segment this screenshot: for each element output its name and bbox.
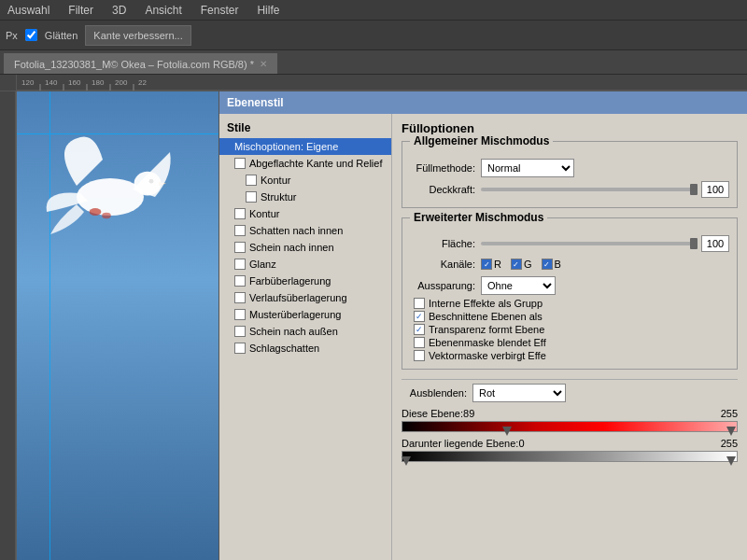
style-musterueberlag[interactable]: Musterüberlagerung bbox=[219, 306, 391, 323]
style-kontur-sub[interactable]: Kontur bbox=[219, 172, 391, 189]
canvas-image[interactable] bbox=[17, 91, 218, 560]
tab-close-icon[interactable]: ✕ bbox=[260, 59, 267, 69]
style-schein-innen[interactable]: Schein nach innen bbox=[219, 239, 391, 256]
style-kontur[interactable]: Kontur bbox=[219, 205, 391, 222]
g-label: G bbox=[524, 259, 532, 270]
style-schein-aussen-label: Schein nach außen bbox=[249, 326, 338, 337]
svg-text:180: 180 bbox=[92, 78, 105, 87]
erw-mischmodus-title: Erweiterter Mischmodus bbox=[410, 211, 547, 224]
r-checkbox[interactable] bbox=[481, 259, 492, 270]
schatten-innen-checkbox[interactable] bbox=[234, 225, 246, 236]
deckkraft-slider-container[interactable] bbox=[481, 183, 696, 196]
check-interne: Interne Effekte als Grupp bbox=[410, 298, 729, 309]
channel-g[interactable]: G bbox=[511, 259, 532, 270]
aussparung-select[interactable]: Ohne bbox=[481, 276, 556, 295]
verlaufsueberlag-checkbox[interactable] bbox=[234, 292, 246, 303]
style-mischoptionen[interactable]: Mischoptionen: Eigene bbox=[219, 138, 391, 155]
flaeche-slider-track[interactable] bbox=[481, 242, 696, 245]
svg-text:140: 140 bbox=[45, 78, 58, 87]
style-schlagschatten[interactable]: Schlagschatten bbox=[219, 340, 391, 357]
ausblenden-select[interactable]: Rot bbox=[472, 384, 566, 402]
style-schein-aussen[interactable]: Schein nach außen bbox=[219, 323, 391, 340]
ebenenmaske-checkbox[interactable] bbox=[414, 337, 425, 348]
check-transparenz: Transparenz formt Ebene bbox=[410, 324, 729, 335]
main-area: Ebenenstil Stile Mischoptionen: Eigene A… bbox=[0, 91, 747, 560]
glaetten-checkbox[interactable] bbox=[25, 29, 37, 41]
document-tab[interactable]: Fotolia_13230381_M© Okea – Fotolia.com R… bbox=[4, 53, 277, 74]
transparenz-checkbox[interactable] bbox=[414, 324, 425, 335]
dialog-title: Ebenenstil bbox=[219, 91, 747, 114]
darunter-track bbox=[402, 451, 738, 462]
style-farbueberlag-label: Farbüberlagerung bbox=[249, 275, 331, 287]
toolbar: Px Glätten Kante verbessern... bbox=[0, 21, 747, 50]
svg-text:120: 120 bbox=[21, 78, 35, 87]
deckkraft-slider-track[interactable] bbox=[481, 188, 696, 191]
schlagschatten-checkbox[interactable] bbox=[234, 343, 246, 354]
style-struktur-sub[interactable]: Struktur bbox=[219, 189, 391, 205]
interne-checkbox[interactable] bbox=[414, 298, 425, 309]
menu-ansicht[interactable]: Ansicht bbox=[141, 2, 185, 19]
schein-innen-checkbox[interactable] bbox=[234, 242, 246, 253]
beschnittene-checkbox[interactable] bbox=[414, 311, 425, 322]
style-musterueberlag-label: Musterüberlagerung bbox=[249, 309, 341, 320]
flaeche-slider-thumb[interactable] bbox=[690, 238, 698, 249]
ruler-horizontal: 120 140 160 180 200 22 bbox=[17, 75, 747, 91]
b-label: B bbox=[555, 259, 561, 270]
deckkraft-row: Deckkraft: 100 bbox=[410, 181, 729, 198]
diese-ebene-container: Diese Ebene: 89 255 bbox=[402, 408, 738, 432]
menu-filter[interactable]: Filter bbox=[64, 2, 97, 19]
g-checkbox[interactable] bbox=[511, 259, 522, 270]
diese-ebene-slider[interactable] bbox=[402, 421, 738, 432]
px-label: Px bbox=[6, 30, 18, 41]
abgeflachte-checkbox[interactable] bbox=[234, 158, 246, 169]
fuellmethode-select[interactable]: Normal bbox=[481, 159, 574, 177]
flaeche-slider-container[interactable] bbox=[481, 237, 696, 250]
menu-fenster[interactable]: Fenster bbox=[197, 2, 243, 19]
channel-r[interactable]: R bbox=[481, 259, 501, 270]
darunter-label: Darunter liegende Ebene: bbox=[402, 438, 518, 449]
style-farbueberlag[interactable]: Farbüberlagerung bbox=[219, 273, 391, 289]
channel-checks: R G B bbox=[481, 259, 561, 270]
menu-3d[interactable]: 3D bbox=[108, 2, 130, 19]
channel-b[interactable]: B bbox=[542, 259, 561, 270]
style-glanz[interactable]: Glanz bbox=[219, 256, 391, 273]
style-struktur-sub-label: Struktur bbox=[261, 191, 297, 203]
r-label: R bbox=[494, 259, 501, 270]
musterueberlag-checkbox[interactable] bbox=[234, 309, 246, 320]
kontur-sub-checkbox[interactable] bbox=[246, 175, 257, 186]
diese-ebene-right-val: 255 bbox=[721, 408, 738, 419]
schein-aussen-checkbox[interactable] bbox=[234, 326, 246, 337]
deckkraft-slider-thumb[interactable] bbox=[690, 184, 698, 195]
deckkraft-input[interactable]: 100 bbox=[701, 181, 729, 198]
svg-text:160: 160 bbox=[68, 78, 81, 87]
menu-hilfe[interactable]: Hilfe bbox=[253, 2, 283, 19]
farbueberlag-checkbox[interactable] bbox=[234, 275, 246, 287]
svg-text:22: 22 bbox=[138, 78, 147, 87]
style-mischoptionen-label: Mischoptionen: Eigene bbox=[234, 141, 338, 152]
kontur-checkbox[interactable] bbox=[234, 208, 246, 219]
ausblenden-row: Ausblenden: Rot bbox=[402, 384, 738, 402]
glanz-checkbox[interactable] bbox=[234, 259, 246, 270]
style-schatten-innen[interactable]: Schatten nach innen bbox=[219, 222, 391, 239]
struktur-sub-checkbox[interactable] bbox=[246, 191, 257, 203]
b-checkbox[interactable] bbox=[542, 259, 553, 270]
ruler-row: 120 140 160 180 200 22 bbox=[0, 75, 747, 91]
svg-point-17 bbox=[90, 208, 102, 216]
diese-ebene-track bbox=[402, 421, 738, 432]
vektormaske-checkbox[interactable] bbox=[414, 350, 425, 361]
style-verlaufsueberlag[interactable]: Verlaufsüberlagerung bbox=[219, 289, 391, 306]
fuelloptionen-title: Fülloptionen bbox=[402, 121, 738, 135]
kante-verbessern-button[interactable]: Kante verbessern... bbox=[85, 25, 190, 46]
darunter-slider[interactable] bbox=[402, 451, 738, 462]
style-abgeflachte[interactable]: Abgeflachte Kante und Relief bbox=[219, 155, 391, 172]
diese-ebene-labels: Diese Ebene: 89 255 bbox=[402, 408, 738, 419]
tab-label: Fotolia_13230381_M© Okea – Fotolia.com R… bbox=[14, 59, 254, 70]
style-glanz-label: Glanz bbox=[249, 259, 276, 270]
interne-label: Interne Effekte als Grupp bbox=[429, 298, 543, 309]
darunter-container: Darunter liegende Ebene: 0 255 bbox=[402, 438, 738, 462]
flaeche-input[interactable]: 100 bbox=[701, 235, 729, 252]
style-kontur-sub-label: Kontur bbox=[261, 175, 290, 186]
allg-mischmodus-box: Allgemeiner Mischmodus Füllmethode: Norm… bbox=[402, 141, 738, 208]
ruler-vertical bbox=[0, 91, 17, 560]
menu-auswahl[interactable]: Auswahl bbox=[4, 2, 53, 19]
